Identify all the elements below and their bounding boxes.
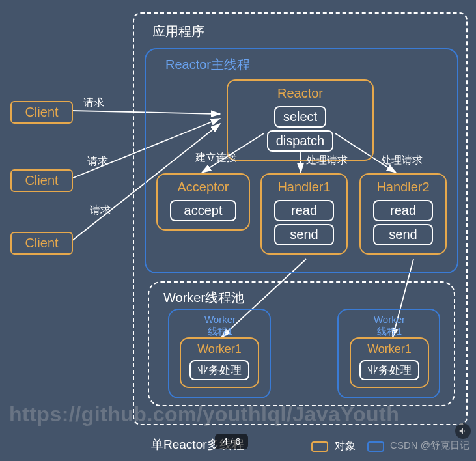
request-label-2: 请求 (87, 155, 108, 169)
worker-thread1-l1: Worker (204, 314, 236, 325)
acceptor-box: Acceptor accept (156, 173, 250, 230)
handler2-read: read (373, 200, 433, 221)
application-title: 应用程序 (152, 23, 204, 40)
handler1-send: send (274, 224, 333, 245)
client-label: Client (25, 236, 58, 250)
edge-establish: 建立连接 (195, 151, 237, 165)
legend-swatch-blue (367, 441, 384, 452)
accept-action: accept (170, 200, 237, 221)
client-box-1: Client (10, 101, 73, 124)
client-label: Client (25, 105, 58, 119)
handler1-box: Handler1 read send (260, 173, 348, 255)
worker2-action: 业务处理 (359, 360, 419, 380)
handler1-read: read (274, 200, 334, 221)
handler2-box: Handler2 read send (359, 173, 447, 255)
handler1-title: Handler1 (268, 180, 340, 195)
legend-swatch-object (311, 441, 328, 452)
worker2-title: Worker1 (356, 342, 423, 356)
page-indicator: 4 / 6 (215, 434, 248, 449)
select-action: select (274, 106, 326, 128)
reactor-title: Reactor (234, 86, 366, 101)
handler2-title: Handler2 (367, 180, 439, 195)
worker-thread2-l1: Worker (374, 314, 405, 325)
worker-pool-title: Worker线程池 (163, 289, 244, 307)
client-box-3: Client (10, 232, 73, 255)
acceptor-title: Acceptor (164, 180, 242, 195)
client-box-2: Client (10, 169, 73, 192)
github-watermark: https://github.com/youthlql/JavaYouth (9, 402, 399, 426)
dispatch-action: dispatch (267, 130, 334, 152)
reactor-main-title: Reactor主线程 (165, 56, 250, 74)
worker1-action: 业务处理 (189, 360, 249, 380)
csdn-watermark: CSDN @舒克日记 (390, 440, 469, 452)
worker-thread1-l2: 线程1 (208, 326, 232, 337)
worker2-box: Worker1 业务处理 (350, 337, 429, 388)
worker-thread2-l2: 线程1 (377, 326, 402, 337)
worker1-box: Worker1 业务处理 (180, 337, 259, 388)
legend-object-label: 对象 (335, 440, 356, 451)
legend: 对象 (311, 440, 388, 453)
edge-handle2: 处理请求 (381, 154, 423, 167)
request-label-1: 请求 (83, 96, 104, 110)
reactor-box: Reactor select dispatch (227, 79, 374, 161)
request-label-3: 请求 (90, 204, 111, 217)
client-label: Client (25, 173, 58, 188)
speaker-icon (458, 426, 468, 436)
handler2-send: send (373, 224, 432, 245)
worker1-title: Worker1 (186, 342, 253, 356)
edge-handle1: 处理请求 (306, 154, 348, 167)
audio-icon[interactable] (455, 423, 471, 439)
